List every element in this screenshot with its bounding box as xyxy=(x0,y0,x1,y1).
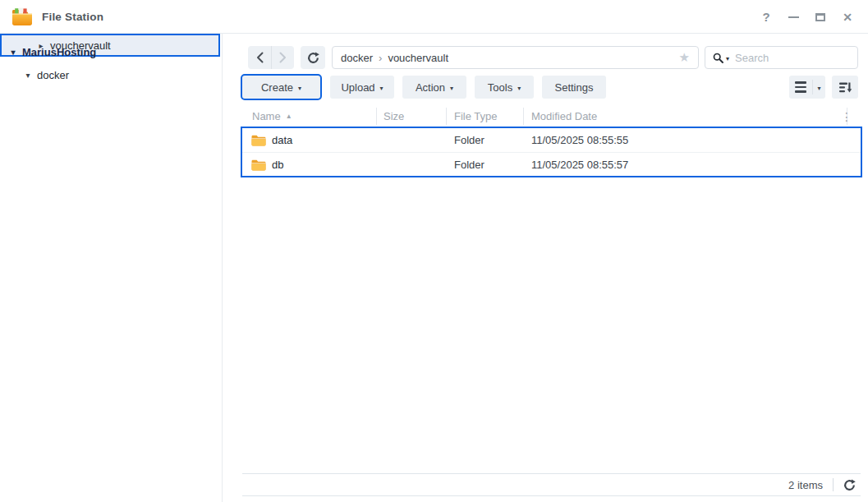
create-button[interactable]: Create ▾ xyxy=(242,76,320,99)
column-divider[interactable] xyxy=(446,108,447,125)
file-station-app-icon xyxy=(11,7,33,26)
items-count: 2 items xyxy=(788,479,823,491)
button-divider xyxy=(812,80,813,94)
settings-button-label: Settings xyxy=(555,81,594,94)
column-header-modified-date[interactable]: Modified Date xyxy=(531,105,597,127)
column-header-name[interactable]: Name ▲ xyxy=(252,105,292,127)
search-input[interactable] xyxy=(735,52,850,64)
status-bar: 2 items xyxy=(242,473,861,496)
file-type: Folder xyxy=(454,134,485,146)
table-row[interactable]: db Folder 11/05/2025 08:55:57 xyxy=(242,152,861,176)
create-button-label: Create xyxy=(261,81,293,94)
sidebar-item-docker[interactable]: ▾ docker xyxy=(0,65,222,85)
breadcrumb-segment-docker[interactable]: docker xyxy=(341,52,373,64)
breadcrumb: docker › vouchervault ★ xyxy=(332,46,699,69)
tools-button[interactable]: Tools ▾ xyxy=(475,76,534,99)
sidebar-folder-tree: ▾ MariusHosting ▾ docker ▸ vouchervault xyxy=(0,34,223,502)
titlebar: File Station ? ✕ xyxy=(0,0,868,34)
file-type: Folder xyxy=(454,159,485,171)
refresh-icon xyxy=(307,52,319,64)
close-icon[interactable]: ✕ xyxy=(842,11,853,24)
action-button-label: Action xyxy=(416,81,445,94)
file-modified-date: 11/05/2025 08:55:55 xyxy=(531,134,628,146)
search-box: ▾ xyxy=(705,46,858,69)
column-divider[interactable] xyxy=(376,108,377,125)
column-header-label: File Type xyxy=(454,110,498,122)
sort-icon xyxy=(838,81,852,94)
status-divider xyxy=(833,478,834,491)
search-scope-caret-icon[interactable]: ▾ xyxy=(726,55,729,62)
file-name: data xyxy=(272,134,292,146)
breadcrumb-segment-vouchervault[interactable]: vouchervault xyxy=(388,52,448,64)
status-refresh-button[interactable] xyxy=(843,479,856,491)
file-list: data Folder 11/05/2025 08:55:55 db Folde… xyxy=(242,128,861,176)
folder-icon xyxy=(251,159,266,171)
tools-button-label: Tools xyxy=(488,81,512,94)
refresh-icon xyxy=(843,479,856,491)
column-header-file-type[interactable]: File Type xyxy=(454,105,498,127)
refresh-button[interactable] xyxy=(301,46,325,69)
folder-icon xyxy=(251,135,266,146)
file-list-header: Name ▲ Size File Type Modified Date ⋮ xyxy=(242,105,861,127)
list-view-icon xyxy=(795,81,806,93)
search-icon xyxy=(713,53,723,63)
favorite-star-icon[interactable]: ★ xyxy=(679,50,690,65)
column-header-label: Modified Date xyxy=(531,110,597,122)
caret-down-icon: ▾ xyxy=(817,85,820,92)
tree-expanded-icon[interactable]: ▾ xyxy=(8,48,18,57)
caret-down-icon: ▾ xyxy=(517,85,521,92)
column-header-label: Name xyxy=(252,110,281,122)
caret-down-icon: ▾ xyxy=(298,85,301,92)
column-header-size[interactable]: Size xyxy=(383,105,404,127)
column-divider[interactable] xyxy=(523,108,524,125)
main-panel: docker › vouchervault ★ ▾ Create ▾ Uploa… xyxy=(223,34,868,502)
column-header-label: Size xyxy=(383,110,404,122)
caret-down-icon: ▾ xyxy=(450,85,453,92)
app-title: File Station xyxy=(42,11,103,23)
help-icon[interactable]: ? xyxy=(760,11,772,24)
settings-button[interactable]: Settings xyxy=(542,76,606,99)
maximize-icon[interactable] xyxy=(815,11,826,24)
sidebar-item-mariushosting[interactable]: ▾ MariusHosting xyxy=(0,42,222,62)
window-controls: ? ✕ xyxy=(760,0,853,34)
file-name: db xyxy=(272,159,283,171)
forward-button[interactable] xyxy=(271,46,294,69)
sort-options-button[interactable] xyxy=(832,76,858,99)
breadcrumb-separator: › xyxy=(379,52,382,64)
history-nav-group xyxy=(248,46,294,69)
sidebar-item-label: docker xyxy=(37,69,69,81)
upload-button[interactable]: Upload ▾ xyxy=(330,76,394,99)
column-options-icon[interactable]: ⋮ xyxy=(838,105,856,127)
action-button[interactable]: Action ▾ xyxy=(402,76,466,99)
sidebar-item-label: MariusHosting xyxy=(22,46,96,58)
table-row[interactable]: data Folder 11/05/2025 08:55:55 xyxy=(242,128,861,152)
back-button[interactable] xyxy=(248,46,271,69)
tree-expanded-icon[interactable]: ▾ xyxy=(23,71,33,80)
sort-ascending-icon: ▲ xyxy=(286,113,292,120)
view-mode-button[interactable]: ▾ xyxy=(789,76,825,99)
file-modified-date: 11/05/2025 08:55:57 xyxy=(531,159,628,171)
upload-button-label: Upload xyxy=(341,81,374,94)
caret-down-icon: ▾ xyxy=(380,85,383,92)
minimize-icon[interactable] xyxy=(788,11,799,24)
